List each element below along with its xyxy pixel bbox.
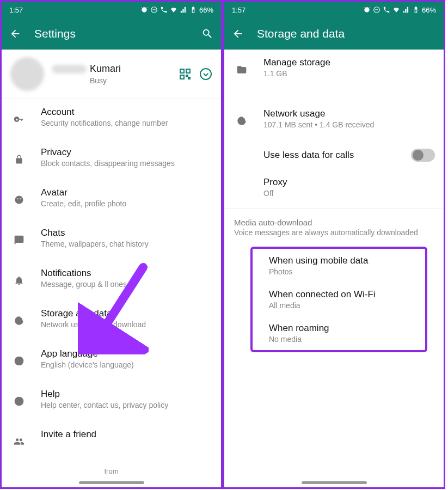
signal-icon [180,6,187,14]
profile-row[interactable]: Kumari Busy [2,50,221,99]
status-bar: 1:57 66% [2,2,221,18]
item-title: When using mobile data [269,255,415,266]
item-sub: Photos [269,267,415,276]
media-section-header: Media auto-download [224,209,444,228]
signal-icon [402,6,410,14]
wifi-icon [392,6,400,14]
item-sub: 1.1 GB [263,69,435,78]
settings-item-account[interactable]: AccountSecurity notifications, change nu… [2,99,221,139]
help-icon [14,396,24,407]
item-sub: No media [269,335,415,344]
item-sub: Block contacts, disappearing messages [41,159,212,168]
search-icon[interactable] [201,28,213,40]
item-title: Network usage [263,108,435,119]
profile-status: Busy [90,76,179,85]
media-section-note: Voice messages are always automatically … [224,228,444,242]
settings-screen: 1:57 66% Settings Kumari Busy [0,0,223,489]
globe-icon [14,356,24,366]
settings-item-invite[interactable]: Invite a friend [2,421,221,462]
item-title: App language [41,348,212,359]
app-bar: Storage and data [224,18,444,50]
item-sub: Message, group & ll ones [41,280,212,289]
svg-point-8 [15,317,22,324]
name-redacted [52,65,87,74]
settings-content: Kumari Busy AccountSecurity notification… [2,50,221,477]
settings-item-help[interactable]: HelpHelp center, contact us, privacy pol… [2,381,221,421]
nav-bar [2,477,221,487]
battery-text: 66% [422,6,436,14]
item-title: Manage storage [263,57,435,68]
item-title: Account [41,107,212,118]
svg-point-13 [238,117,245,124]
annotation-highlight: When using mobile dataPhotos When connec… [250,247,427,352]
settings-item-chats[interactable]: ChatsTheme, wallpapers, chat history [2,220,221,260]
back-icon[interactable] [9,28,21,40]
use-less-data-switch[interactable] [411,149,435,162]
use-less-data-item[interactable]: Use less data for calls [224,141,444,169]
back-icon[interactable] [232,28,244,40]
item-title: Invite a friend [41,429,212,440]
status-time: 1:57 [232,6,246,14]
svg-rect-4 [180,75,184,79]
media-roaming-item[interactable]: When roamingNo media [253,316,425,350]
status-time: 1:57 [9,6,23,14]
item-sub: Security notifications, change number [41,119,212,127]
alarm-icon [363,6,371,14]
storage-screen: 1:57 66% Storage and data Manage storage… [223,0,445,489]
appbar-title: Settings [34,27,188,40]
manage-storage-item[interactable]: Manage storage1.1 GB [224,50,444,90]
chevron-down-circle-icon[interactable] [199,68,212,81]
item-title: Proxy [263,177,435,188]
people-icon [14,436,24,447]
item-sub: Network usage, auto-download [41,320,212,329]
storage-content: Manage storage1.1 GB Network usage107.1 … [224,50,444,477]
lock-icon [14,154,24,165]
settings-item-avatar[interactable]: AvatarCreate, edit, profile photo [2,180,221,220]
key-icon [14,114,24,125]
network-usage-item[interactable]: Network usage107.1 MB sent • 1.4 GB rece… [224,101,444,141]
battery-text: 66% [199,6,213,14]
settings-item-storage[interactable]: Storage and dataNetwork usage, auto-down… [2,301,221,341]
item-title: Storage and data [41,308,212,319]
chat-icon [14,235,24,246]
item-title: Use less data for calls [263,150,396,161]
item-title: When roaming [269,323,415,334]
item-sub: Theme, wallpapers, chat history [41,240,212,248]
dnd-icon [373,6,381,14]
appbar-title: Storage and data [257,27,436,40]
item-sub: Create, edit, profile photo [41,199,212,208]
dnd-icon [150,6,158,14]
item-title: Privacy [41,147,212,158]
footer: from [2,462,221,477]
settings-item-privacy[interactable]: PrivacyBlock contacts, disappearing mess… [2,139,221,180]
avatar [10,57,44,91]
svg-rect-2 [180,69,184,73]
settings-item-notifications[interactable]: NotificationsMessage, group & ll ones [2,260,221,301]
item-sub: Help center, contact us, privacy policy [41,401,212,409]
svg-rect-3 [186,69,190,73]
face-icon [14,194,24,205]
status-bar: 1:57 66% [224,2,444,18]
svg-point-7 [200,69,211,79]
svg-rect-6 [188,77,190,79]
alarm-icon [140,6,148,14]
data-icon [236,115,247,126]
wifi-icon [170,6,177,14]
item-title: Avatar [41,187,212,198]
item-sub: 107.1 MB sent • 1.4 GB received [263,120,435,129]
item-sub: English (device's language) [41,360,212,369]
media-mobile-item[interactable]: When using mobile dataPhotos [253,249,425,283]
item-title: Notifications [41,268,212,279]
svg-rect-5 [186,75,188,77]
media-wifi-item[interactable]: When connected on Wi-FiAll media [253,283,425,316]
proxy-item[interactable]: ProxyOff [224,169,444,205]
item-title: Help [41,389,212,400]
settings-item-language[interactable]: App languageEnglish (device's language) [2,341,221,381]
profile-name: Kumari [90,63,121,75]
bell-icon [14,275,24,286]
app-bar: Settings [2,18,221,50]
wifi-call-icon [383,6,390,14]
data-icon [14,315,24,326]
item-title: When connected on Wi-Fi [269,289,415,300]
qr-icon[interactable] [179,68,192,81]
